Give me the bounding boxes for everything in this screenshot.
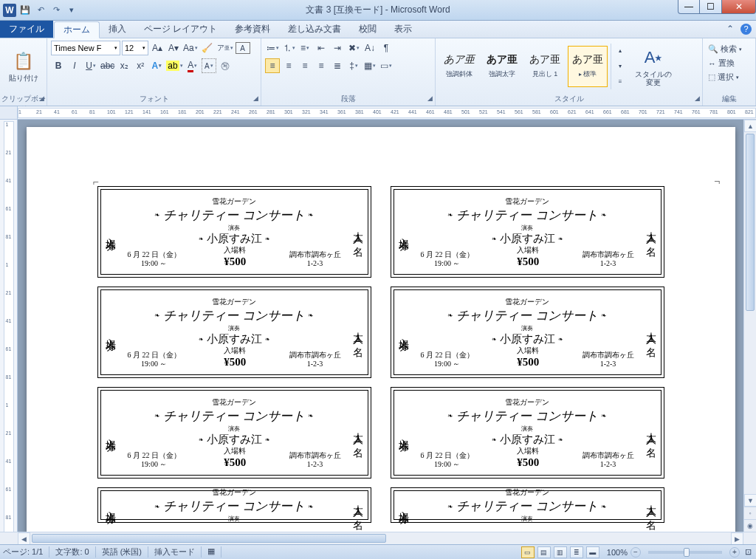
- multilevel-button[interactable]: ≡: [298, 41, 312, 55]
- asian-layout-button[interactable]: ✖: [346, 41, 361, 55]
- italic-button[interactable]: I: [67, 58, 82, 73]
- view-draft-icon[interactable]: ▬: [586, 546, 599, 558]
- replace-button[interactable]: ↔置換: [707, 57, 736, 69]
- strikethrough-button[interactable]: abc: [100, 58, 115, 73]
- enclosed-char-button[interactable]: ㊢: [218, 58, 233, 73]
- clear-formatting-button[interactable]: 🧹: [200, 41, 215, 55]
- tab-layout[interactable]: ページ レイアウト: [135, 21, 226, 38]
- align-center-button[interactable]: ≡: [281, 58, 296, 73]
- horizontal-scrollbar[interactable]: ◀ ▶: [0, 532, 756, 544]
- zoom-in-button[interactable]: +: [729, 547, 740, 558]
- dialog-launcher-icon[interactable]: ◢: [427, 95, 433, 102]
- zoom-slider[interactable]: [648, 551, 722, 554]
- superscript-button[interactable]: x²: [133, 58, 148, 73]
- status-language[interactable]: 英語 (米国): [102, 546, 148, 558]
- vertical-scrollbar[interactable]: ▲ ▼ ◦ ◉ ◦: [743, 120, 756, 544]
- phonetic-guide-button[interactable]: ア亜: [216, 41, 234, 55]
- borders-button[interactable]: ▭: [379, 58, 394, 73]
- status-macro-icon[interactable]: ▦: [207, 546, 221, 558]
- underline-button[interactable]: U: [83, 58, 98, 73]
- app-icon[interactable]: W: [3, 4, 16, 17]
- dialog-launcher-icon[interactable]: ◢: [39, 95, 44, 102]
- hscroll-thumb[interactable]: [32, 534, 386, 543]
- sort-button[interactable]: A↓: [362, 41, 377, 55]
- ticket-right-label: 大人１名: [348, 290, 368, 374]
- justify-button[interactable]: ≡: [314, 58, 329, 73]
- font-name-combo[interactable]: Times New F▾: [51, 41, 120, 55]
- dialog-launcher-icon[interactable]: ◢: [695, 95, 700, 102]
- paste-button[interactable]: 📋 貼り付け: [4, 49, 43, 83]
- change-styles-button[interactable]: A⭑ スタイルの 変更: [630, 45, 676, 88]
- scroll-thumb[interactable]: [746, 134, 755, 311]
- qat-undo-icon[interactable]: ↶: [34, 4, 47, 17]
- shrink-font-button[interactable]: A▾: [166, 41, 181, 55]
- zoom-out-button[interactable]: −: [630, 547, 641, 558]
- tab-mailings[interactable]: 差し込み文書: [279, 21, 350, 38]
- qat-customize-icon[interactable]: ▾: [65, 4, 78, 17]
- qat-save-icon[interactable]: 💾: [18, 4, 32, 17]
- style-gallery-down-icon[interactable]: ▾: [613, 59, 628, 74]
- tab-review[interactable]: 校閲: [350, 21, 385, 38]
- maximize-button[interactable]: ☐: [700, 0, 722, 14]
- vertical-ruler[interactable]: 121416181121416181121416181: [0, 120, 18, 544]
- align-right-button[interactable]: ≡: [298, 58, 312, 73]
- ticket-address: 調布市調布ヶ丘1-2-3: [289, 451, 341, 469]
- char-shading-button[interactable]: A: [202, 58, 216, 73]
- change-case-button[interactable]: Aa: [182, 41, 199, 55]
- style-emphasis-italic[interactable]: あア亜強調斜体: [439, 46, 479, 87]
- browse-object-icon[interactable]: ◉: [744, 519, 756, 532]
- tab-insert[interactable]: 挿入: [100, 21, 135, 38]
- status-page[interactable]: ページ: 1/1: [3, 546, 49, 558]
- zoom-fit-icon[interactable]: ⊡: [743, 547, 753, 557]
- minimize-ribbon-icon[interactable]: ⌃: [724, 23, 736, 35]
- numbering-button[interactable]: ⒈: [281, 41, 296, 55]
- line-spacing-button[interactable]: ‡: [346, 58, 361, 73]
- show-marks-button[interactable]: ¶: [379, 41, 394, 55]
- prev-page-icon[interactable]: ◦: [744, 507, 756, 519]
- zoom-level[interactable]: 100%: [607, 548, 628, 557]
- horizontal-ruler[interactable]: 1214161811011211411611812012212412612813…: [0, 106, 756, 120]
- document-canvas[interactable]: ⌐ ¬ 入場券雪花ガーデンチャリティー コンサート演奏小原すみ江6 月 22 日…: [18, 120, 743, 544]
- select-button[interactable]: ⬚選択▾: [707, 71, 740, 83]
- style-gallery-more-icon[interactable]: ≡: [613, 75, 628, 89]
- group-paragraph: ≔ ⒈ ≡ ⇤ ⇥ ✖ A↓ ¶ ≡ ≡ ≡ ≡ ≣ ‡ ▦ ▭ 段落◢: [261, 38, 436, 106]
- style-emphasis-bold[interactable]: あア亜強調太字: [482, 46, 522, 87]
- subscript-button[interactable]: x₂: [117, 58, 131, 73]
- style-normal[interactable]: あア亜標準: [568, 46, 608, 87]
- view-web-icon[interactable]: ▥: [554, 546, 567, 558]
- tab-home[interactable]: ホーム: [54, 21, 100, 38]
- grow-font-button[interactable]: A▴: [150, 41, 165, 55]
- help-icon[interactable]: ?: [740, 24, 752, 35]
- font-size-combo[interactable]: 12▾: [122, 41, 148, 55]
- dialog-launcher-icon[interactable]: ◢: [253, 95, 258, 102]
- qat-redo-icon[interactable]: ↷: [49, 4, 63, 17]
- style-heading1[interactable]: あア亜見出し 1: [525, 46, 565, 87]
- find-button[interactable]: 🔍検索▾: [707, 43, 743, 55]
- style-gallery-up-icon[interactable]: ▴: [613, 44, 628, 58]
- distribute-button[interactable]: ≣: [330, 58, 345, 73]
- view-print-layout-icon[interactable]: ▭: [521, 546, 535, 558]
- status-insert-mode[interactable]: 挿入モード: [154, 546, 202, 558]
- increase-indent-button[interactable]: ⇥: [330, 41, 345, 55]
- tab-file[interactable]: ファイル: [0, 21, 53, 38]
- view-fullscreen-icon[interactable]: ▤: [537, 546, 551, 558]
- text-effects-button[interactable]: A: [149, 58, 164, 73]
- tab-references[interactable]: 参考資料: [226, 21, 279, 38]
- close-button[interactable]: ✕: [722, 0, 756, 14]
- enclose-chars-button[interactable]: A: [236, 42, 250, 54]
- font-color-button[interactable]: A: [185, 58, 200, 73]
- view-outline-icon[interactable]: ≣: [570, 546, 583, 558]
- minimize-button[interactable]: —: [678, 0, 700, 14]
- scroll-up-icon[interactable]: ▲: [744, 120, 756, 132]
- scroll-right-icon[interactable]: ▶: [731, 532, 743, 545]
- highlight-button[interactable]: ab: [165, 58, 183, 73]
- decrease-indent-button[interactable]: ⇤: [314, 41, 329, 55]
- align-left-button[interactable]: ≡: [265, 58, 280, 73]
- bullets-button[interactable]: ≔: [265, 41, 280, 55]
- scroll-left-icon[interactable]: ◀: [18, 532, 30, 545]
- tab-view[interactable]: 表示: [385, 21, 421, 38]
- scroll-down-icon[interactable]: ▼: [744, 494, 756, 507]
- shading-button[interactable]: ▦: [362, 58, 377, 73]
- status-word-count[interactable]: 文字数: 0: [55, 546, 95, 558]
- bold-button[interactable]: B: [51, 58, 66, 73]
